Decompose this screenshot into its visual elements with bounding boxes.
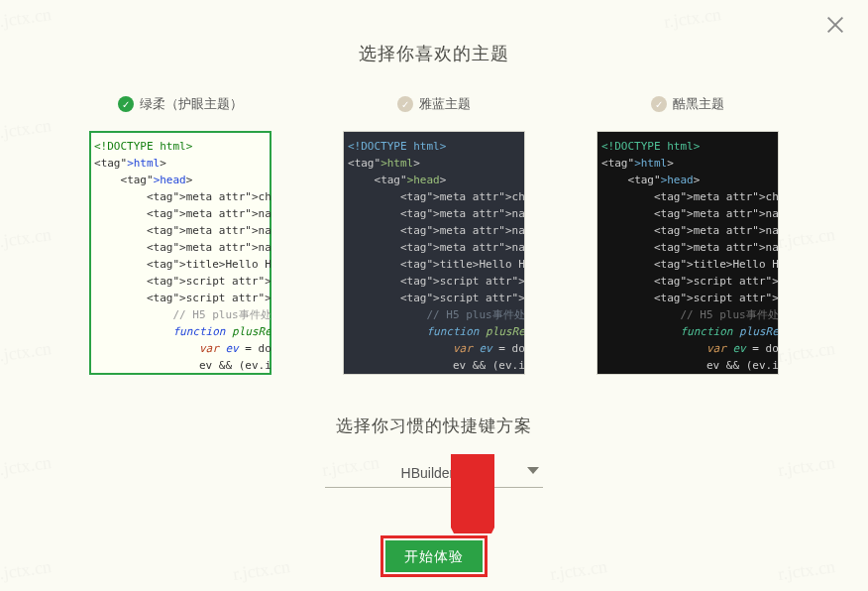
shortcut-selected-value: HBuilder X bbox=[401, 465, 468, 481]
start-button[interactable]: 开始体验 bbox=[385, 540, 483, 572]
close-icon bbox=[824, 14, 846, 36]
start-button-highlight: 开始体验 bbox=[380, 535, 488, 577]
theme-preview-blue[interactable]: <!DOCTYPE html> <tag">html> <tag">head> … bbox=[343, 131, 525, 375]
chevron-down-icon bbox=[527, 467, 539, 474]
theme-option-green[interactable]: ✓ 绿柔（护眼主题） <!DOCTYPE html> <tag">html> <… bbox=[89, 95, 271, 375]
shortcut-section: 选择你习惯的快捷键方案 HBuilder X 开始体验 bbox=[0, 414, 868, 577]
theme-name: 绿柔（护眼主题） bbox=[140, 95, 243, 113]
check-icon: ✓ bbox=[118, 96, 134, 112]
theme-options-row: ✓ 绿柔（护眼主题） <!DOCTYPE html> <tag">html> <… bbox=[0, 95, 868, 375]
theme-label[interactable]: ✓ 绿柔（护眼主题） bbox=[118, 95, 243, 113]
shortcut-select[interactable]: HBuilder X bbox=[325, 465, 543, 488]
theme-name: 雅蓝主题 bbox=[419, 95, 471, 113]
theme-preview-green[interactable]: <!DOCTYPE html> <tag">html> <tag">head> … bbox=[89, 131, 271, 375]
shortcut-title: 选择你习惯的快捷键方案 bbox=[0, 414, 868, 437]
check-icon: ✓ bbox=[651, 96, 667, 112]
theme-title: 选择你喜欢的主题 bbox=[0, 0, 868, 65]
check-icon: ✓ bbox=[397, 96, 413, 112]
theme-label[interactable]: ✓ 雅蓝主题 bbox=[397, 95, 471, 113]
theme-name: 酷黑主题 bbox=[673, 95, 724, 113]
theme-option-blue[interactable]: ✓ 雅蓝主题 <!DOCTYPE html> <tag">html> <tag"… bbox=[343, 95, 525, 375]
theme-label[interactable]: ✓ 酷黑主题 bbox=[651, 95, 724, 113]
close-button[interactable] bbox=[824, 14, 846, 36]
theme-option-black[interactable]: ✓ 酷黑主题 <!DOCTYPE html> <tag">html> <tag"… bbox=[597, 95, 779, 375]
theme-preview-black[interactable]: <!DOCTYPE html> <tag">html> <tag">head> … bbox=[597, 131, 779, 375]
